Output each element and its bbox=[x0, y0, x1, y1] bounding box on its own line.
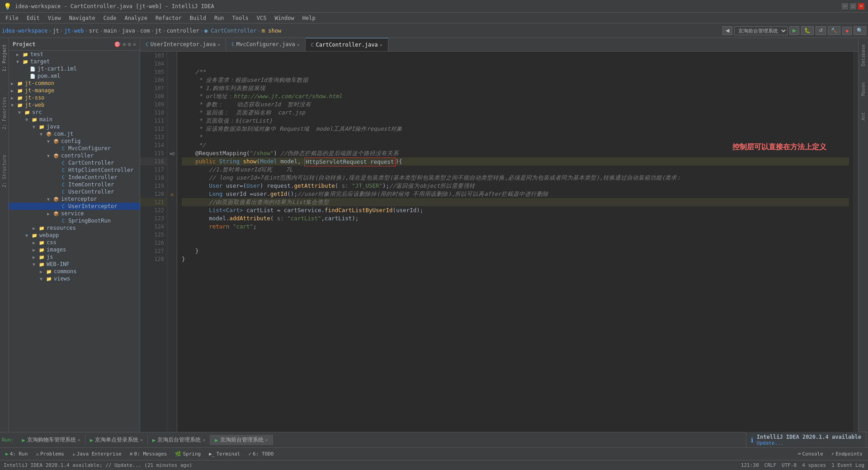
notification-link[interactable]: Update... bbox=[757, 440, 861, 446]
tree-item-views[interactable]: ▼ 📁 views bbox=[9, 275, 140, 282]
menu-view[interactable]: View bbox=[44, 14, 65, 22]
code-content[interactable]: /** * 业务需求：根据userId查询购物车数据 * 1.购物车列表数据展现… bbox=[177, 52, 854, 432]
menu-help[interactable]: Help bbox=[299, 14, 319, 22]
crumb-jt[interactable]: jt bbox=[52, 28, 59, 34]
run-tab-close-frontend[interactable]: ✕ bbox=[265, 437, 268, 442]
close-button[interactable]: ✕ bbox=[858, 3, 864, 9]
tree-item-commons[interactable]: ▶ 📁 commons bbox=[9, 268, 140, 275]
run-tab-close-backend[interactable]: ✕ bbox=[203, 437, 205, 442]
tree-item-pom[interactable]: 📄 pom.xml bbox=[9, 72, 140, 80]
console-button[interactable]: ⌨ Console bbox=[794, 450, 827, 458]
tree-item-service[interactable]: ▶ 📦 service bbox=[9, 210, 140, 217]
tab-mvcconfigurer[interactable]: C MvcConfigurer.java ✕ bbox=[226, 38, 306, 51]
tree-item-resources[interactable]: ▶ 📁 resources bbox=[9, 224, 140, 232]
crumb-src[interactable]: src bbox=[89, 28, 99, 34]
locate-icon[interactable]: 🎯 bbox=[114, 41, 121, 47]
menu-tools[interactable]: Tools bbox=[229, 14, 252, 22]
run-tab-backend[interactable]: ▶ 京淘后台管理系统 ✕ bbox=[148, 435, 210, 445]
search-everywhere-button[interactable]: 🔍 bbox=[854, 26, 866, 35]
tree-item-indexcontroller[interactable]: C IndexController bbox=[9, 174, 140, 181]
crumb-class[interactable]: ● CartController bbox=[204, 28, 257, 34]
tab-cartcontroller[interactable]: C CartController.java ✕ bbox=[306, 38, 388, 51]
statusbar-charset[interactable]: UTF-8 bbox=[782, 462, 797, 468]
config-dropdown[interactable]: 京淘前台管理系统 bbox=[734, 26, 788, 35]
tree-item-main[interactable]: ▼ 📁 main bbox=[9, 116, 140, 123]
menu-run[interactable]: Run bbox=[211, 14, 228, 22]
endpoints-button[interactable]: ⚡ Endpoints bbox=[828, 450, 866, 458]
menu-navigate[interactable]: Navigate bbox=[66, 14, 99, 22]
spring-button[interactable]: 🌿 Spring bbox=[171, 450, 204, 458]
crumb-controller-pkg[interactable]: controller bbox=[166, 28, 199, 34]
project-tab-icon[interactable]: 1: Project bbox=[1, 42, 8, 74]
favorites-tab-icon[interactable]: 2: Favorites bbox=[1, 94, 8, 132]
tree-item-test[interactable]: ▶ 📁 test bbox=[9, 51, 140, 58]
collapse-all-icon[interactable]: ≡ bbox=[123, 41, 126, 47]
menu-refactor[interactable]: Refactor bbox=[152, 14, 185, 22]
crumb-method[interactable]: m show bbox=[262, 28, 281, 34]
tree-item-cartcontroller[interactable]: C CartController bbox=[9, 159, 140, 166]
java-enterprise-button[interactable]: ☕ Java Enterprise bbox=[69, 450, 125, 458]
tree-item-jt-sso[interactable]: ▶ 📁 jt-sso bbox=[9, 94, 140, 101]
run-tool-button[interactable]: ▶ 4: Run bbox=[2, 450, 31, 458]
crumb-java[interactable]: java bbox=[122, 28, 135, 34]
menu-vcs[interactable]: VCS bbox=[253, 14, 270, 22]
crumb-workspace[interactable]: idea-workspace bbox=[2, 28, 47, 34]
build-button[interactable]: 🔨 bbox=[828, 26, 840, 35]
debug-button[interactable]: 🐛 bbox=[801, 26, 814, 35]
menu-window[interactable]: Window bbox=[271, 14, 297, 22]
tree-item-interceptor[interactable]: ▼ 📦 interceptor bbox=[9, 195, 140, 203]
reload-button[interactable]: ↺ bbox=[816, 26, 826, 35]
tree-item-css[interactable]: ▶ 📁 css bbox=[9, 239, 140, 246]
run-tab-sso[interactable]: ▶ 京淘单点登录系统 ✕ bbox=[85, 435, 148, 445]
tree-item-js[interactable]: ▶ 📁 js bbox=[9, 253, 140, 261]
tree-item-controller-pkg[interactable]: ▼ 📦 controller bbox=[9, 152, 140, 159]
tree-item-jt-manage[interactable]: ▶ 📁 jt-manage bbox=[9, 87, 140, 94]
tree-item-jt-common[interactable]: ▶ 📁 jt-common bbox=[9, 80, 140, 87]
tree-item-target[interactable]: ▼ 📁 target bbox=[9, 58, 140, 65]
tree-item-config[interactable]: ▼ 📦 config bbox=[9, 138, 140, 145]
tree-item-webinf[interactable]: ▼ 📁 WEB-INF bbox=[9, 261, 140, 268]
database-tab[interactable]: Database bbox=[860, 42, 867, 69]
tree-item-usercontroller[interactable]: C UserController bbox=[9, 188, 140, 195]
close-panel-icon[interactable]: ✕ bbox=[133, 41, 136, 47]
tree-item-java[interactable]: ▼ 📁 java bbox=[9, 123, 140, 130]
minimize-button[interactable]: ─ bbox=[842, 3, 848, 9]
crumb-main[interactable]: main bbox=[104, 28, 117, 34]
run-tab-frontend[interactable]: ▶ 京淘前台管理系统 ✕ bbox=[210, 435, 273, 445]
menu-code[interactable]: Code bbox=[100, 14, 120, 22]
statusbar-position[interactable]: 121:30 bbox=[741, 462, 759, 468]
menu-file[interactable]: File bbox=[2, 14, 22, 22]
crumb-jtweb[interactable]: jt-web bbox=[64, 28, 84, 34]
todo-button[interactable]: ✓ 6: TODO bbox=[245, 450, 277, 458]
settings-icon[interactable]: ⚙ bbox=[128, 41, 131, 47]
tree-item-mvcconfigurer[interactable]: C MvcConfigurer bbox=[9, 145, 140, 152]
run-tab-close-cart[interactable]: ✕ bbox=[78, 437, 80, 442]
statusbar-crlf[interactable]: CRLF bbox=[764, 462, 777, 468]
tab-close-userinterceptor[interactable]: ✕ bbox=[217, 42, 220, 47]
menu-analyze[interactable]: Analyze bbox=[121, 14, 151, 22]
tree-item-com-jt[interactable]: ▼ 📦 com.jt bbox=[9, 130, 140, 138]
statusbar-events[interactable]: 1 Event Log bbox=[831, 462, 864, 468]
structure-tab-icon[interactable]: Z: Structure bbox=[1, 152, 8, 190]
tree-item-images[interactable]: ▶ 📁 images bbox=[9, 246, 140, 253]
tree-item-springbootrun[interactable]: C SpringBootRun bbox=[9, 217, 140, 224]
maximize-button[interactable]: □ bbox=[850, 3, 856, 9]
tree-item-itemcontroller[interactable]: C ItemController bbox=[9, 181, 140, 188]
run-tab-close-sso[interactable]: ✕ bbox=[140, 437, 143, 442]
tree-item-userinterceptor[interactable]: C UserInterceptor bbox=[9, 203, 140, 210]
run-tab-cart[interactable]: ▶ 京淘购物车管理系统 ✕ bbox=[18, 435, 85, 445]
back-button[interactable]: ◀ bbox=[722, 26, 732, 35]
tree-item-src[interactable]: ▼ 📁 src bbox=[9, 109, 140, 116]
tab-close-cartcontroller[interactable]: ✕ bbox=[380, 43, 382, 47]
ant-tab[interactable]: Ant bbox=[860, 109, 867, 123]
crumb-jt2[interactable]: jt bbox=[155, 28, 161, 34]
tree-item-httpclientcontroller[interactable]: C HttpClientController bbox=[9, 166, 140, 174]
maven-tab[interactable]: Maven bbox=[860, 80, 867, 99]
crumb-com[interactable]: com bbox=[140, 28, 150, 34]
tab-close-mvcconfigurer[interactable]: ✕ bbox=[297, 42, 300, 47]
messages-button[interactable]: ≡ 0: Messages bbox=[126, 450, 170, 458]
menu-build[interactable]: Build bbox=[186, 14, 210, 22]
tree-item-webapp[interactable]: ▼ 📁 webapp bbox=[9, 232, 140, 239]
statusbar-spaces[interactable]: 4 spaces bbox=[802, 462, 826, 468]
tree-item-jt-web[interactable]: ▼ 📁 jt-web bbox=[9, 101, 140, 109]
